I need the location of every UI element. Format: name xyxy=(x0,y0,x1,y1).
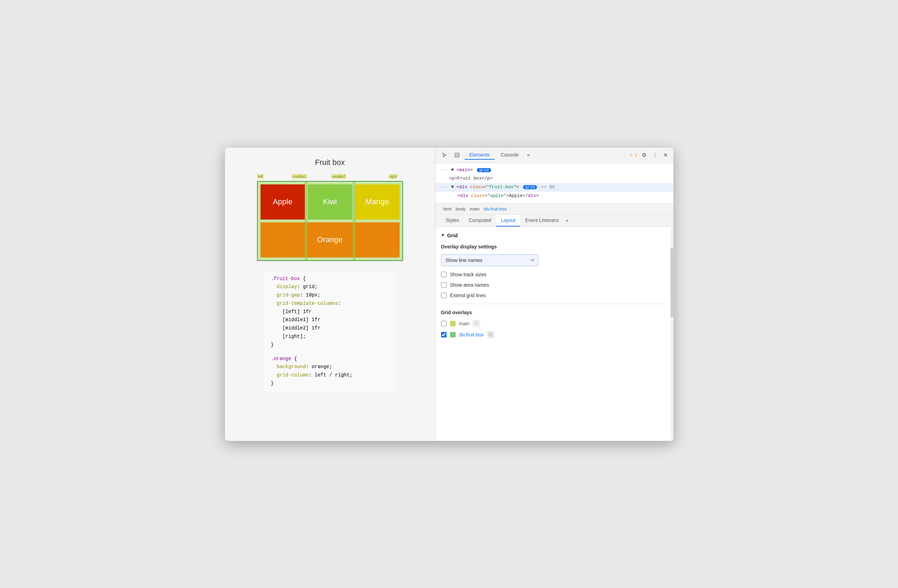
html-tree: ··· ▼ <main> grid <p>Fruit box</p> ··· ▼… xyxy=(435,163,674,203)
overlay-checkbox-fruit-box[interactable] xyxy=(441,332,447,337)
overlay-grid-icon-fruit-box[interactable] xyxy=(487,331,494,338)
overlay-row-main: main xyxy=(441,320,668,327)
devtools-toolbar: Elements Console » ⚠ 1 ⚙ ⋮ ✕ xyxy=(435,148,674,163)
tab-console[interactable]: Console xyxy=(496,151,523,160)
label-right: right xyxy=(389,174,398,179)
dollar-ref: == $0 xyxy=(541,185,555,189)
code-line: grid-column: left / right; xyxy=(271,371,389,380)
more-tabs[interactable]: » xyxy=(525,151,532,160)
overlay-name-fruit-box: div.fruit-box xyxy=(459,332,484,337)
tree-tag: ▼ <div class="fruit-box"> xyxy=(451,185,519,189)
tree-tag: <p>Fruit box</p> xyxy=(449,176,492,181)
checkbox-area-names-label: Show area names xyxy=(450,282,489,288)
checkbox-track-sizes-label: Show track sizes xyxy=(450,272,487,277)
grid-section-label: Grid xyxy=(447,232,458,238)
tree-row[interactable]: <div class="apple">Apple</div> xyxy=(435,192,674,200)
tab-layout[interactable]: Layout xyxy=(496,215,520,226)
svg-rect-2 xyxy=(474,322,478,326)
scrollbar-track[interactable] xyxy=(670,227,674,441)
tab-elements[interactable]: Elements xyxy=(464,151,495,160)
cursor-icon[interactable] xyxy=(440,150,449,160)
tree-row[interactable]: <p>Fruit box</p> xyxy=(435,174,674,183)
grid-badge: grid xyxy=(477,168,491,172)
cell-mango: Mango xyxy=(355,185,400,220)
overlay-row-fruit-box: div.fruit-box xyxy=(441,331,668,338)
tab-styles[interactable]: Styles xyxy=(441,215,464,226)
grid-overlays-section: Grid overlays main xyxy=(441,309,668,338)
checkbox-track-sizes: Show track sizes xyxy=(441,272,668,277)
label-middle1: middle1 xyxy=(292,174,308,179)
code-line: [middle2] 1fr xyxy=(271,324,389,332)
code-line: display: grid; xyxy=(271,283,389,291)
overlay-name-main: main xyxy=(459,321,469,326)
cell-orange: Orange xyxy=(260,222,400,257)
tab-computed[interactable]: Computed xyxy=(464,215,496,226)
settings-button[interactable]: ⚙ xyxy=(640,150,648,160)
devtools-panel: Elements Console » ⚠ 1 ⚙ ⋮ ✕ ··· ▼ <main… xyxy=(435,148,674,441)
tree-row[interactable]: ··· ▼ <main> grid xyxy=(435,166,674,175)
code-line: grid-template-columns: xyxy=(271,300,389,308)
code-line: [middle1] 1fr xyxy=(271,316,389,324)
warning-badge: ⚠ 1 xyxy=(625,152,637,158)
tree-tag: ▼ <main> xyxy=(451,167,473,172)
more-layout-tabs[interactable]: » xyxy=(564,215,571,226)
grid-badge-2: grid xyxy=(523,185,537,189)
checkbox-track-sizes-input[interactable] xyxy=(441,272,447,277)
breadcrumb-main[interactable]: main xyxy=(467,206,481,212)
cell-kiwi: Kiwi xyxy=(308,185,352,220)
grid-arrow: ▼ xyxy=(441,233,445,238)
checkbox-extend-grid-label: Extend grid lines xyxy=(450,292,486,298)
breadcrumb-html[interactable]: html xyxy=(441,206,454,212)
code-line: [left] 1fr xyxy=(271,308,389,316)
overlay-settings-title: Overlay display settings xyxy=(441,244,668,249)
close-button[interactable]: ✕ xyxy=(662,150,669,160)
checkbox-extend-grid-input[interactable] xyxy=(441,292,447,298)
code-line: } xyxy=(271,380,389,388)
overlay-color-main xyxy=(450,321,456,326)
code-line: background: orange; xyxy=(271,363,389,371)
divider xyxy=(441,304,668,304)
cell-apple: Apple xyxy=(260,185,305,220)
overlay-grid-icon-main[interactable] xyxy=(473,320,480,327)
devtools-tabs: Elements Console » xyxy=(464,151,621,160)
checkbox-area-names-input[interactable] xyxy=(441,282,447,288)
tab-event-listeners[interactable]: Event Listeners xyxy=(520,215,564,226)
dropdown-container: Show line names Show line numbers Hide l… xyxy=(441,254,668,266)
breadcrumb-fruit-box[interactable]: div.fruit-box xyxy=(481,206,509,212)
grid-section-header[interactable]: ▼ Grid xyxy=(441,232,668,238)
checkbox-area-names: Show area names xyxy=(441,282,668,288)
label-left: left xyxy=(257,174,264,179)
overlay-color-fruit-box xyxy=(450,332,456,337)
layout-content: ▼ Grid Overlay display settings Show lin… xyxy=(435,227,674,441)
checkbox-extend-grid: Extend grid lines xyxy=(441,292,668,298)
code-line: } xyxy=(271,341,389,349)
code-line: [right]; xyxy=(271,332,389,341)
scrollbar-thumb[interactable] xyxy=(670,248,674,317)
tree-tag: <div class="apple">Apple</div> xyxy=(457,193,539,198)
warning-icon: ⚠ xyxy=(629,152,634,158)
page-title: Fruit box xyxy=(315,158,345,167)
grid-overlays-title: Grid overlays xyxy=(441,309,668,315)
label-middle2: middle2 xyxy=(331,174,347,179)
svg-rect-0 xyxy=(455,153,459,157)
breadcrumb: html body main div.fruit-box xyxy=(435,203,674,215)
browser-window: Fruit box left middle1 middle2 right App… xyxy=(224,147,674,441)
grid-visual: Apple Kiwi Mango Orange xyxy=(257,181,403,261)
tree-dots: ··· xyxy=(441,168,449,172)
tree-dots: ··· xyxy=(441,185,449,189)
grid-labels: left middle1 middle2 right xyxy=(257,174,403,181)
layout-tabs: Styles Computed Layout Event Listeners » xyxy=(435,215,674,227)
svg-rect-7 xyxy=(489,332,493,337)
line-names-select[interactable]: Show line names Show line numbers Hide l… xyxy=(441,254,538,266)
breadcrumb-body[interactable]: body xyxy=(454,206,467,212)
menu-button[interactable]: ⋮ xyxy=(651,150,659,160)
code-block-1: .fruit-box { display: grid; grid-gap: 10… xyxy=(264,271,396,391)
grid-demo: left middle1 middle2 right Apple Kiwi Ma… xyxy=(257,174,403,261)
code-line: .orange { xyxy=(271,355,389,363)
tree-row-selected[interactable]: ··· ▼ <div class="fruit-box"> grid == $0 xyxy=(435,183,674,192)
svg-rect-1 xyxy=(456,154,458,156)
inspect-icon[interactable] xyxy=(452,150,462,160)
warning-count: 1 xyxy=(635,152,637,158)
overlay-settings-section: Overlay display settings Show line names… xyxy=(441,244,668,298)
overlay-checkbox-main[interactable] xyxy=(441,321,447,326)
